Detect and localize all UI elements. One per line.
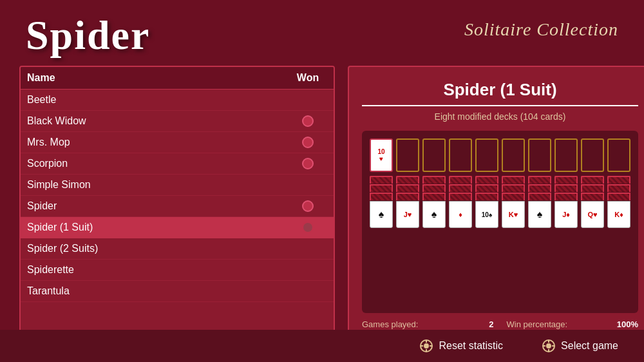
stat-label: Games played: xyxy=(362,319,484,329)
card-face-bottom: 10♠ xyxy=(475,201,498,228)
game-name: Scorpion xyxy=(27,158,289,169)
game-name: Mrs. Mop xyxy=(27,137,289,148)
card-back xyxy=(607,176,630,184)
top-card-row: 10 ♥ xyxy=(370,138,630,172)
list-item[interactable]: Tarantula xyxy=(21,281,334,302)
card-face-bottom: ♦ xyxy=(449,201,472,228)
won-indicator xyxy=(289,200,327,212)
won-indicator xyxy=(289,115,327,127)
card-empty xyxy=(422,138,446,172)
header: Spider Solitaire Collection xyxy=(0,0,644,66)
card-back xyxy=(607,184,630,192)
list-item[interactable]: Beetle xyxy=(21,90,334,111)
card-empty xyxy=(396,138,419,172)
list-item[interactable]: Simple Simon xyxy=(21,175,334,196)
game-name: Spider (1 Suit) xyxy=(27,222,289,233)
card-face-bottom: J♦ xyxy=(554,201,578,228)
stack-col: ♠ xyxy=(528,176,551,228)
card-empty xyxy=(581,138,604,172)
card-back xyxy=(449,176,472,184)
svg-point-1 xyxy=(424,343,429,348)
card-back xyxy=(607,193,630,200)
stack-col: J♦ xyxy=(554,176,578,228)
card-back xyxy=(502,184,525,192)
stat-label: Win percentage: xyxy=(507,319,612,329)
game-title: Spider xyxy=(26,12,150,59)
reset-label: Reset statistic xyxy=(439,340,503,352)
card-back xyxy=(422,184,446,192)
svg-point-7 xyxy=(546,343,551,348)
stat-row: Games played: 2 xyxy=(362,319,494,329)
main-content: Name Won Beetle Black Widow Mrs. Mop Sco… xyxy=(0,66,644,356)
card-column-1: 10 ♥ xyxy=(370,138,393,172)
reset-statistic-button[interactable]: Reset statistic xyxy=(419,339,503,353)
stack-col: ♠ xyxy=(370,176,393,228)
card-face-bottom: Q♥ xyxy=(581,201,604,228)
stack-col: Q♥ xyxy=(581,176,604,228)
list-item[interactable]: Scorpion xyxy=(21,153,334,175)
detail-subtitle: Eight modified decks (104 cards) xyxy=(362,111,638,122)
select-label: Select game xyxy=(561,340,618,352)
card-back xyxy=(554,193,578,200)
card-back xyxy=(554,184,578,192)
game-name: Beetle xyxy=(27,94,289,106)
list-item-selected[interactable]: Spider (1 Suit) xyxy=(21,217,334,238)
card-face-bottom: K♥ xyxy=(502,201,525,228)
select-game-button[interactable]: Select game xyxy=(542,339,618,353)
card-back xyxy=(502,193,525,200)
list-item[interactable]: Spiderette xyxy=(21,260,334,281)
collection-subtitle: Solitaire Collection xyxy=(150,12,618,40)
card-back xyxy=(581,184,604,192)
game-list-panel: Name Won Beetle Black Widow Mrs. Mop Sco… xyxy=(19,66,335,356)
card-preview: 10 ♥ xyxy=(362,131,638,313)
card-back xyxy=(449,184,472,192)
card-empty xyxy=(475,138,498,172)
card-back xyxy=(581,193,604,200)
detail-title: Spider (1 Suit) xyxy=(362,80,638,106)
card-empty xyxy=(607,138,630,172)
game-name: Spiderette xyxy=(27,264,289,276)
stack-col: K♥ xyxy=(502,176,525,228)
game-name: Spider (2 Suits) xyxy=(27,243,289,254)
card-face-bottom: ♠ xyxy=(370,201,393,228)
stack-col: ♦ xyxy=(449,176,472,228)
card-back xyxy=(370,184,393,192)
card-back xyxy=(396,193,419,200)
card-empty xyxy=(449,138,472,172)
card-back xyxy=(581,176,604,184)
card-empty xyxy=(528,138,551,172)
stack-col: K♦ xyxy=(607,176,630,228)
card-back xyxy=(370,193,393,200)
won-indicator xyxy=(289,222,327,233)
bottom-card-row: ♠ J♥ ♠ xyxy=(370,176,630,228)
col-header-name: Name xyxy=(27,72,289,84)
card-back xyxy=(554,176,578,184)
list-item[interactable]: Black Widow xyxy=(21,111,334,132)
card-face-bottom: ♠ xyxy=(528,201,551,228)
stat-value: 2 xyxy=(489,319,493,329)
list-item[interactable]: Spider (2 Suits) xyxy=(21,238,334,260)
won-indicator xyxy=(289,137,327,148)
card-back xyxy=(422,193,446,200)
card-empty xyxy=(554,138,578,172)
card-back xyxy=(422,176,446,184)
stack-col: 10♠ xyxy=(475,176,498,228)
card-back xyxy=(528,184,551,192)
game-detail-panel: Spider (1 Suit) Eight modified decks (10… xyxy=(348,66,644,356)
card-back xyxy=(528,193,551,200)
stack-col: J♥ xyxy=(396,176,419,228)
game-name: Simple Simon xyxy=(27,179,289,191)
game-name: Spider xyxy=(27,200,289,212)
card-back xyxy=(475,176,498,184)
card-face-bottom: K♦ xyxy=(607,201,630,228)
footer: Reset statistic Select game xyxy=(0,330,644,362)
list-item[interactable]: Spider xyxy=(21,196,334,217)
game-list: Beetle Black Widow Mrs. Mop Scorpion Sim… xyxy=(21,90,334,302)
card-back xyxy=(396,184,419,192)
card-face: 10 ♥ xyxy=(370,138,393,172)
card-back xyxy=(502,176,525,184)
controller-icon xyxy=(419,339,433,353)
stat-row: Win percentage: 100% xyxy=(507,319,639,329)
col-header-won: Won xyxy=(289,72,327,84)
list-item[interactable]: Mrs. Mop xyxy=(21,132,334,153)
